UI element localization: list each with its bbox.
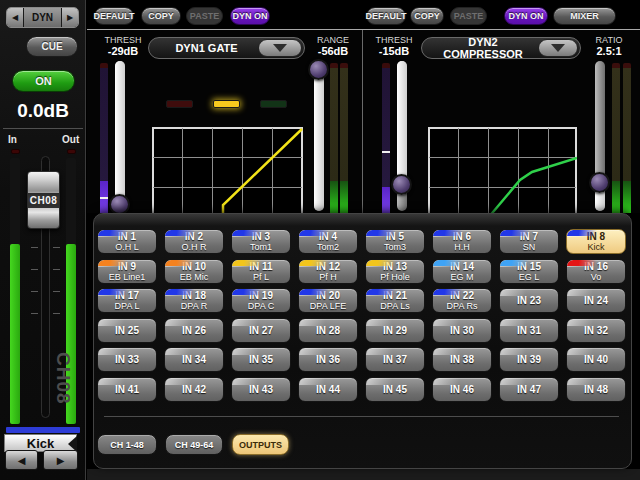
channel-color-stripe (165, 230, 199, 236)
dyn1-on-button[interactable]: DYN ON (230, 7, 270, 25)
channel-color-stripe (98, 230, 132, 236)
fader-tick (53, 269, 60, 270)
channel-button-id: IN 27 (249, 325, 273, 336)
channel-button[interactable]: IN 25 (97, 318, 157, 343)
dyn1-range-readout: RANGE-56dB (307, 35, 359, 57)
fader-tick (31, 313, 38, 314)
dyn2-copy-button[interactable]: COPY (410, 7, 444, 25)
channel-button[interactable]: IN 22DPA Rs (432, 288, 492, 313)
dyn1-thresh-handle[interactable] (109, 194, 130, 215)
prev-channel-button[interactable]: ◀ (5, 450, 38, 470)
channel-button-name: EB Mic (180, 272, 209, 282)
channel-button[interactable]: IN 34 (164, 347, 224, 372)
channel-button[interactable]: IN 12Pf H (298, 259, 358, 284)
next-channel-button[interactable]: ▶ (43, 450, 78, 470)
dyn2-type-dropdown[interactable]: DYN2 COMPRESSOR (421, 37, 581, 59)
dyn1-dropdown-button[interactable] (258, 39, 302, 57)
channel-button[interactable]: IN 43 (231, 377, 291, 402)
channel-button[interactable]: IN 42 (164, 377, 224, 402)
dyn1-copy-button[interactable]: COPY (141, 7, 181, 25)
dyn2-gr-meter-2 (623, 63, 631, 213)
dyn2-key-meter (382, 63, 390, 213)
channel-button[interactable]: IN 14EG M (432, 259, 492, 284)
channel-button-id: IN 42 (182, 384, 206, 395)
dyn2-on-button[interactable]: DYN ON (504, 7, 548, 25)
channel-button-id: IN 30 (450, 325, 474, 336)
channel-button-name: DPA R (181, 301, 207, 311)
channel-button[interactable]: IN 48 (566, 377, 626, 402)
channel-button[interactable]: IN 36 (298, 347, 358, 372)
channel-button[interactable]: IN 10EB Mic (164, 259, 224, 284)
channel-button[interactable]: IN 33 (97, 347, 157, 372)
channel-button[interactable]: IN 18DPA R (164, 288, 224, 313)
button-gloss (500, 348, 532, 355)
overlay-tab-ch-49-64[interactable]: CH 49-64 (165, 434, 223, 455)
channel-button[interactable]: IN 29 (365, 318, 425, 343)
channel-button[interactable]: IN 16Vo (566, 259, 626, 284)
channel-button-id: IN 29 (383, 325, 407, 336)
channel-button[interactable]: IN 1O.H L (97, 229, 157, 254)
channel-color-stripe (433, 230, 467, 236)
dyn2-default-button[interactable]: DEFAULT (366, 7, 406, 25)
channel-button[interactable]: IN 37 (365, 347, 425, 372)
channel-on-button[interactable]: ON (12, 70, 75, 92)
view-next-icon[interactable]: ▶ (61, 8, 78, 27)
channel-button[interactable]: IN 15EG L (499, 259, 559, 284)
channel-button[interactable]: IN 6H.H (432, 229, 492, 254)
channel-button[interactable]: IN 28 (298, 318, 358, 343)
channel-button[interactable]: IN 7SN (499, 229, 559, 254)
dyn2-ratio-slider[interactable] (594, 61, 606, 211)
dyn1-range-handle[interactable] (308, 59, 329, 80)
channel-button[interactable]: IN 11Pf L (231, 259, 291, 284)
channel-button[interactable]: IN 17DPA L (97, 288, 157, 313)
channel-button[interactable]: IN 27 (231, 318, 291, 343)
channel-button[interactable]: IN 20DPA LFE (298, 288, 358, 313)
channel-button[interactable]: IN 8Kick (566, 229, 626, 254)
channel-button[interactable]: IN 9EB Line1 (97, 259, 157, 284)
channel-button-id: IN 26 (182, 325, 206, 336)
channel-button[interactable]: IN 3Tom1 (231, 229, 291, 254)
dyn1-range-slider[interactable] (313, 61, 325, 211)
channel-color-stripe (98, 289, 132, 295)
view-prev-icon[interactable]: ◀ (7, 8, 24, 27)
channel-button[interactable]: IN 31 (499, 318, 559, 343)
channel-button[interactable]: IN 26 (164, 318, 224, 343)
overlay-tab-ch-1-48[interactable]: CH 1-48 (97, 434, 157, 455)
channel-button[interactable]: IN 21DPA Ls (365, 288, 425, 313)
channel-button[interactable]: IN 2O.H R (164, 229, 224, 254)
channel-button[interactable]: IN 19DPA C (231, 288, 291, 313)
channel-button[interactable]: IN 13Pf Hole (365, 259, 425, 284)
channel-button[interactable]: IN 35 (231, 347, 291, 372)
channel-button[interactable]: IN 44 (298, 377, 358, 402)
cue-button[interactable]: CUE (26, 36, 78, 57)
channel-button[interactable]: IN 24 (566, 288, 626, 313)
dyn2-dropdown-button[interactable] (538, 39, 578, 57)
channel-button[interactable]: IN 39 (499, 347, 559, 372)
dyn1-gr-meter-2 (340, 63, 348, 213)
channel-button[interactable]: IN 46 (432, 377, 492, 402)
dyn1-type-dropdown[interactable]: DYN1 GATE (148, 37, 305, 59)
channel-button-id: IN 45 (383, 384, 407, 395)
button-gloss (98, 378, 130, 385)
dyn2-ratio-handle[interactable] (589, 172, 610, 193)
dyn2-thresh-handle[interactable] (391, 174, 412, 195)
level-meter-in (10, 158, 20, 424)
fader-knob[interactable]: CH08 (27, 171, 60, 229)
button-gloss (433, 378, 465, 385)
dyn1-thresh-slider[interactable] (114, 61, 126, 211)
dyn2-thresh-slider[interactable] (396, 61, 408, 211)
channel-button[interactable]: IN 4Tom2 (298, 229, 358, 254)
channel-button[interactable]: IN 5Tom3 (365, 229, 425, 254)
channel-button[interactable]: IN 40 (566, 347, 626, 372)
mixer-button[interactable]: MIXER (553, 7, 616, 25)
channel-button[interactable]: IN 30 (432, 318, 492, 343)
dyn1-default-button[interactable]: DEFAULT (94, 7, 134, 25)
channel-button[interactable]: IN 38 (432, 347, 492, 372)
overlay-tab-outputs[interactable]: OUTPUTS (232, 434, 289, 455)
channel-button[interactable]: IN 32 (566, 318, 626, 343)
channel-button[interactable]: IN 47 (499, 377, 559, 402)
channel-button[interactable]: IN 23 (499, 288, 559, 313)
channel-button[interactable]: IN 41 (97, 377, 157, 402)
channel-button-id: IN 38 (450, 354, 474, 365)
channel-button[interactable]: IN 45 (365, 377, 425, 402)
